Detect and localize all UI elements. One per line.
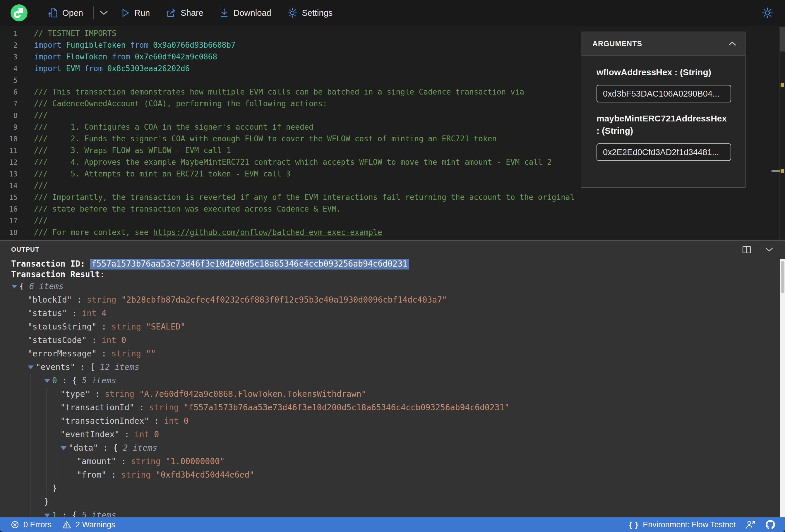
arguments-title: ARGUMENTS — [592, 40, 728, 48]
output-row: Transaction Result: — [0, 269, 785, 280]
toolbar-divider — [93, 6, 94, 19]
flow-logo[interactable] — [10, 4, 27, 21]
open-label: Open — [62, 8, 83, 18]
argument-input-maybemint[interactable] — [597, 144, 731, 161]
output-row: "errorMessage" : string "" — [0, 347, 785, 360]
output-row: { 6 items — [0, 280, 785, 293]
run-label: Run — [134, 8, 150, 18]
share-label: Share — [181, 8, 203, 18]
code-link[interactable]: https://github.com/onflow/batched-evm-ex… — [153, 228, 382, 237]
code-line: 15/// Importantly, the transaction is re… — [0, 192, 785, 203]
output-row: "from" : string "0xfd3b4cd50d44e6ed" — [0, 468, 785, 482]
collapse-triangle-icon[interactable] — [44, 374, 52, 387]
run-button[interactable]: Run — [121, 8, 150, 18]
dropdown-chevron-icon — [100, 10, 108, 16]
code-line: 16/// state before the transaction was e… — [0, 203, 785, 215]
toolbar: Open Run Share Download — [0, 0, 785, 26]
arguments-header[interactable]: ARGUMENTS — [581, 32, 745, 56]
output-row: "transactionId" : string "f557a1573b76aa… — [0, 401, 785, 414]
environment-label: Environment: Flow Testnet — [643, 520, 736, 529]
status-bar: 0 Errors 2 Warnings { } Environment: Flo… — [0, 517, 785, 532]
argument-label-wflow: wflowAddressHex : (String) — [597, 66, 731, 78]
chevron-up-icon[interactable] — [728, 41, 736, 46]
open-dropdown-button[interactable] — [100, 10, 108, 16]
share-button[interactable]: Share — [166, 8, 203, 18]
github-icon[interactable] — [766, 520, 775, 529]
feedback-person-icon[interactable] — [746, 520, 756, 529]
theme-sun-icon[interactable] — [762, 7, 773, 19]
output-row: 0 : { 5 items — [0, 374, 785, 387]
output-row: "transactionIndex" : int 0 — [0, 414, 785, 428]
indent-guide — [14, 293, 14, 517]
arguments-body: wflowAddressHex : (String) maybeMintERC7… — [581, 56, 745, 187]
errors-status[interactable]: 0 Errors — [10, 520, 52, 529]
error-circle-icon — [10, 520, 19, 529]
warnings-label: 2 Warnings — [76, 520, 115, 529]
errors-label: 0 Errors — [23, 520, 52, 529]
argument-input-wflow[interactable] — [597, 85, 731, 102]
output-row: "type" : string "A.7e60df042a9c0868.Flow… — [0, 387, 785, 401]
split-editor-icon[interactable] — [742, 246, 751, 253]
flow-runner-app: { "toolbar": { "open": "Open", "run": "R… — [0, 0, 785, 532]
argument-label-maybemint: maybeMintERC721AddressHex : (String) — [597, 112, 731, 137]
indent-guide — [47, 387, 47, 495]
environment-status[interactable]: { } Environment: Flow Testnet — [629, 520, 736, 529]
download-icon — [219, 8, 229, 18]
output-row: } — [0, 495, 785, 509]
collapse-triangle-icon[interactable] — [11, 280, 19, 293]
output-panel: OUTPUT Transaction ID: f557a1573b76aa53e… — [0, 240, 785, 517]
output-row: "data" : { 2 items — [0, 441, 785, 455]
download-label: Download — [233, 8, 271, 18]
warning-line-marker — [771, 170, 780, 172]
output-body: Transaction ID: f557a1573b76aa53e73d46f3… — [0, 259, 785, 517]
settings-gear-icon — [287, 8, 298, 18]
output-rows: Transaction ID: f557a1573b76aa53e73d46f3… — [0, 259, 785, 517]
collapse-triangle-icon[interactable] — [60, 441, 69, 455]
open-button[interactable]: Open — [48, 8, 83, 18]
braces-icon: { } — [629, 520, 639, 529]
open-file-icon — [48, 8, 58, 18]
indent-guide — [63, 455, 63, 482]
indent-guide — [30, 374, 30, 517]
output-row: "statusCode" : int 0 — [0, 334, 785, 347]
output-scrollbar-thumb[interactable] — [781, 261, 784, 293]
output-row: "events" : [ 12 items — [0, 360, 785, 374]
warnings-status[interactable]: 2 Warnings — [62, 520, 115, 529]
chevron-down-icon[interactable] — [765, 247, 773, 252]
output-row: "status" : int 4 — [0, 307, 785, 320]
output-row: "statusString" : string "SEALED" — [0, 320, 785, 334]
warning-marker — [781, 169, 784, 173]
warning-marker — [781, 83, 784, 87]
panel-divider[interactable] — [0, 240, 785, 240]
output-row: "amount" : string "1.00000000" — [0, 455, 785, 468]
output-row: Transaction ID: f557a1573b76aa53e73d46f3… — [0, 259, 785, 269]
editor-scrollbar-thumb[interactable] — [780, 27, 785, 51]
arguments-panel: ARGUMENTS wflowAddressHex : (String) may… — [581, 32, 745, 187]
output-row: "blockId" : string "2b28cbfb87da2cfec4f0… — [0, 293, 785, 307]
output-row: } — [0, 482, 785, 495]
download-button[interactable]: Download — [219, 8, 271, 18]
collapse-triangle-icon[interactable] — [44, 509, 52, 517]
settings-button[interactable]: Settings — [287, 8, 333, 18]
settings-label: Settings — [302, 8, 333, 18]
warning-triangle-icon — [62, 520, 71, 529]
output-row: 1 : { 5 items — [0, 509, 785, 517]
collapse-triangle-icon[interactable] — [27, 360, 36, 374]
code-line: 18/// For more context, see https://gith… — [0, 227, 785, 238]
output-header: OUTPUT — [0, 240, 785, 259]
run-play-icon — [121, 8, 130, 18]
output-title: OUTPUT — [11, 246, 742, 253]
output-row: "eventIndex" : int 0 — [0, 428, 785, 441]
code-line: 17/// — [0, 215, 785, 227]
share-icon — [166, 8, 176, 18]
output-scrollbar-track[interactable] — [780, 259, 785, 517]
